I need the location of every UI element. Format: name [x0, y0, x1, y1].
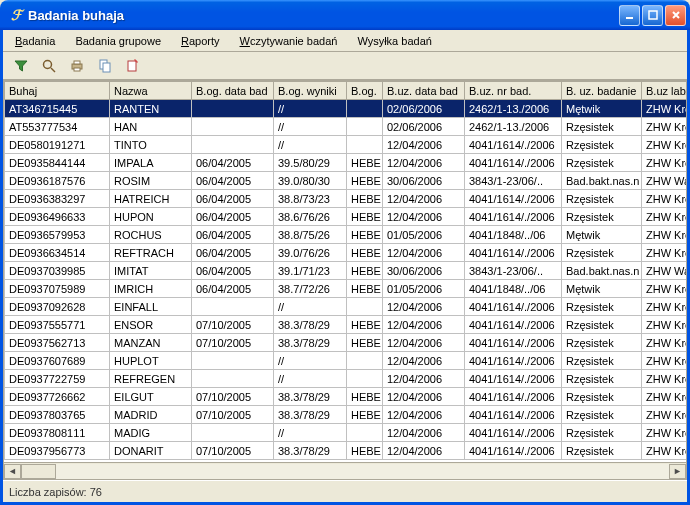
scroll-right-button[interactable]: ►: [669, 464, 686, 479]
copy-icon[interactable]: [97, 58, 113, 74]
menu-item[interactable]: Wczytywanie badań: [232, 33, 346, 49]
table-cell: Rzęsistek: [562, 208, 642, 226]
scroll-track[interactable]: [21, 464, 669, 479]
column-header[interactable]: B.uz. data bad: [383, 82, 465, 100]
app-icon: ℱ: [8, 7, 24, 23]
table-cell: 38.8/75/26: [274, 226, 347, 244]
scroll-left-button[interactable]: ◄: [4, 464, 21, 479]
table-cell: 4041/1614/./2006: [465, 208, 562, 226]
table-cell: Mętwik: [562, 226, 642, 244]
table-cell: DE0936383297: [5, 190, 110, 208]
table-row[interactable]: DE0937092628EINFALL//12/04/20064041/1614…: [5, 298, 688, 316]
search-icon[interactable]: [41, 58, 57, 74]
table-cell: DE0935844144: [5, 154, 110, 172]
table-cell: 02/06/2006: [383, 118, 465, 136]
table-cell: ENSOR: [110, 316, 192, 334]
maximize-button[interactable]: [642, 5, 663, 26]
menu-item[interactable]: Raporty: [173, 33, 228, 49]
table-row[interactable]: DE0936634514REFTRACH06/04/200539.0/76/26…: [5, 244, 688, 262]
table-row[interactable]: DE0937803765MADRID07/10/200538.3/78/29HE…: [5, 406, 688, 424]
table-cell: 12/04/2006: [383, 298, 465, 316]
table-cell: 07/10/2005: [192, 334, 274, 352]
table-row[interactable]: DE0937075989IMRICH06/04/200538.7/72/26HE…: [5, 280, 688, 298]
menu-item[interactable]: Wysyłka badań: [349, 33, 440, 49]
table-row[interactable]: DE0936579953ROCHUS06/04/200538.8/75/26HE…: [5, 226, 688, 244]
table-cell: ZHW Krosno: [642, 244, 688, 262]
table-row[interactable]: DE0937555771ENSOR07/10/200538.3/78/29HEB…: [5, 316, 688, 334]
table-cell: 39.1/71/23: [274, 262, 347, 280]
table-cell: 12/04/2006: [383, 154, 465, 172]
data-grid[interactable]: BuhajNazwaB.og. data badB.og. wynikiB.og…: [3, 80, 687, 463]
horizontal-scrollbar[interactable]: ◄ ►: [3, 463, 687, 480]
table-row[interactable]: DE0935844144IMPALA06/04/200539.5/80/29HE…: [5, 154, 688, 172]
table-cell: Bad.bakt.nas.n: [562, 262, 642, 280]
column-header[interactable]: B. uz. badanie: [562, 82, 642, 100]
table-cell: 30/06/2006: [383, 172, 465, 190]
table-row[interactable]: DE0937956773DONARIT07/10/200538.3/78/29H…: [5, 442, 688, 460]
column-header[interactable]: B.og.: [347, 82, 383, 100]
menu-item[interactable]: Badania grupowe: [67, 33, 169, 49]
table-cell: ROCHUS: [110, 226, 192, 244]
table-cell: DE0937726662: [5, 388, 110, 406]
svg-rect-0: [626, 17, 633, 19]
print-icon[interactable]: [69, 58, 85, 74]
table-cell: DE0936579953: [5, 226, 110, 244]
table-row[interactable]: DE0936187576ROSIM06/04/200539.0/80/30HEB…: [5, 172, 688, 190]
table-cell: HEBE: [347, 334, 383, 352]
record-count: Liczba zapisów: 76: [9, 486, 102, 498]
table-row[interactable]: DE0937722759REFREGEN//12/04/20064041/161…: [5, 370, 688, 388]
table-cell: HEBE: [347, 190, 383, 208]
table-row[interactable]: DE0937726662EILGUT07/10/200538.3/78/29HE…: [5, 388, 688, 406]
column-header[interactable]: Nazwa: [110, 82, 192, 100]
table-row[interactable]: DE0937039985IMITAT06/04/200539.1/71/23HE…: [5, 262, 688, 280]
table-cell: ROSIM: [110, 172, 192, 190]
table-row[interactable]: DE0936496633HUPON06/04/200538.6/76/26HEB…: [5, 208, 688, 226]
menu-item[interactable]: Badania: [7, 33, 63, 49]
table-cell: ZHW Krosno: [642, 118, 688, 136]
table-cell: [347, 298, 383, 316]
scroll-thumb[interactable]: [21, 464, 56, 479]
toolbar: [3, 52, 687, 80]
table-cell: 12/04/2006: [383, 244, 465, 262]
svg-rect-7: [103, 63, 110, 72]
table-cell: 12/04/2006: [383, 370, 465, 388]
table-cell: HEBE: [347, 406, 383, 424]
table-cell: HEBE: [347, 226, 383, 244]
table-cell: 4041/1614/./2006: [465, 424, 562, 442]
table-cell: 07/10/2005: [192, 316, 274, 334]
table-cell: [192, 424, 274, 442]
table-cell: AT553777534: [5, 118, 110, 136]
table-cell: //: [274, 100, 347, 118]
table-cell: 4041/1614/./2006: [465, 244, 562, 262]
table-cell: //: [274, 424, 347, 442]
column-header[interactable]: Buhaj: [5, 82, 110, 100]
table-cell: 4041/1614/./2006: [465, 352, 562, 370]
table-cell: DE0937562713: [5, 334, 110, 352]
table-cell: 12/04/2006: [383, 334, 465, 352]
table-row[interactable]: DE0937808111MADIG//12/04/20064041/1614/.…: [5, 424, 688, 442]
table-row[interactable]: DE0580191271TINTO//12/04/20064041/1614/.…: [5, 136, 688, 154]
table-row[interactable]: DE0937607689HUPLOT//12/04/20064041/1614/…: [5, 352, 688, 370]
table-row[interactable]: DE0937562713MANZAN07/10/200538.3/78/29HE…: [5, 334, 688, 352]
table-cell: DE0937075989: [5, 280, 110, 298]
table-cell: 38.7/72/26: [274, 280, 347, 298]
table-row[interactable]: AT553777534HAN//02/06/20062462/1-13./200…: [5, 118, 688, 136]
table-cell: 4041/1614/./2006: [465, 388, 562, 406]
column-header[interactable]: B.og. wyniki: [274, 82, 347, 100]
table-row[interactable]: AT346715445RANTEN//02/06/20062462/1-13./…: [5, 100, 688, 118]
menu-bar: BadaniaBadania grupoweRaportyWczytywanie…: [3, 30, 687, 52]
table-cell: ZHW Krosno: [642, 298, 688, 316]
column-header[interactable]: B.uz. nr bad.: [465, 82, 562, 100]
column-header[interactable]: B.og. data bad: [192, 82, 274, 100]
table-cell: [347, 118, 383, 136]
close-button[interactable]: [665, 5, 686, 26]
table-cell: 38.8/73/23: [274, 190, 347, 208]
filter-icon[interactable]: [13, 58, 29, 74]
table-row[interactable]: DE0936383297HATREICH06/04/200538.8/73/23…: [5, 190, 688, 208]
table-cell: ZHW Krosno: [642, 208, 688, 226]
column-header[interactable]: B.uz lab/prac: [642, 82, 688, 100]
table-cell: 4041/1614/./2006: [465, 370, 562, 388]
minimize-button[interactable]: [619, 5, 640, 26]
title-bar: ℱ Badania buhaja: [0, 0, 690, 30]
new-icon[interactable]: [125, 58, 141, 74]
